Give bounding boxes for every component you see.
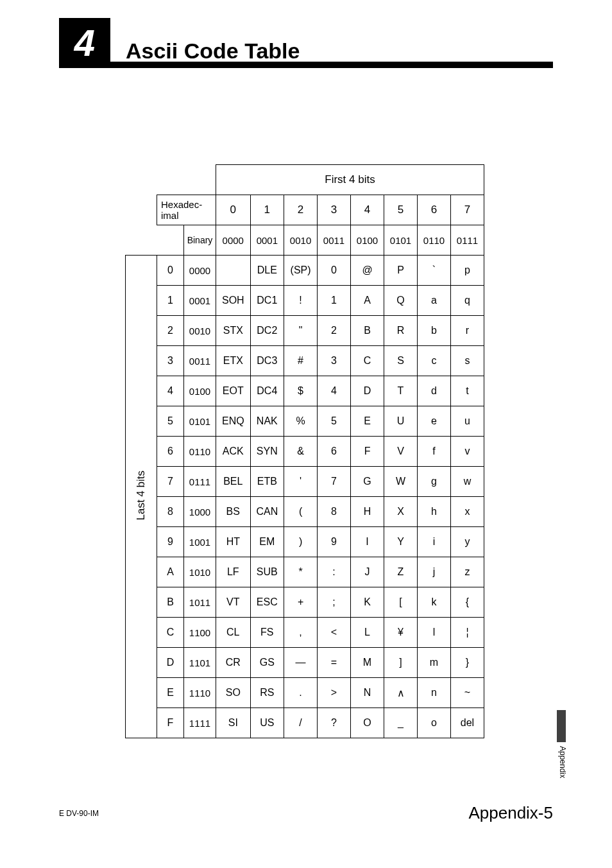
ascii-cell: NAK — [250, 406, 284, 437]
ascii-cell: VT — [216, 587, 251, 618]
col-bin-6: 0110 — [418, 225, 451, 256]
ascii-cell: 1 — [318, 286, 351, 316]
header-row-hex: Hexadec- imal 0 1 2 3 4 5 6 7 — [126, 195, 484, 225]
row-hex: 0 — [157, 256, 184, 286]
row-bin: 0101 — [184, 406, 216, 437]
ascii-cell: F — [351, 437, 384, 467]
ascii-cell: . — [284, 678, 318, 708]
header-rule — [59, 62, 553, 68]
ascii-cell: a — [418, 286, 451, 316]
col-hex-3: 3 — [318, 195, 351, 225]
ascii-cell: $ — [284, 376, 318, 406]
ascii-cell: del — [450, 708, 484, 738]
ascii-cell: k — [418, 587, 451, 618]
col-bin-1: 0001 — [250, 225, 284, 256]
table-row: 30011ETXDC3#3CScs — [126, 346, 484, 376]
ascii-cell: _ — [384, 708, 418, 738]
ascii-cell: s — [450, 346, 484, 376]
row-bin: 1111 — [184, 708, 216, 738]
table-row: C1100CLFS,<L¥l¦ — [126, 618, 484, 648]
ascii-cell: u — [450, 406, 484, 437]
row-bin: 1100 — [184, 618, 216, 648]
ascii-cell: = — [318, 648, 351, 678]
ascii-cell: DC2 — [250, 316, 284, 346]
ascii-cell: ) — [284, 527, 318, 557]
row-hex: 8 — [157, 497, 184, 527]
table-row: A1010LFSUB*:JZjz — [126, 557, 484, 587]
row-bin: 0011 — [184, 346, 216, 376]
ascii-cell: x — [450, 497, 484, 527]
ascii-cell: (SP) — [284, 256, 318, 286]
table-row: D1101CRGS—=M]m} — [126, 648, 484, 678]
ascii-cell: 0 — [318, 256, 351, 286]
hexadecimal-label: Hexadec- imal — [157, 195, 216, 225]
ascii-cell: Q — [384, 286, 418, 316]
table-row: 60110ACKSYN&6FVfv — [126, 437, 484, 467]
row-hex: 5 — [157, 406, 184, 437]
table-row: 40100EOTDC4$4DTdt — [126, 376, 484, 406]
table-row: B1011VTESC+;K[k{ — [126, 587, 484, 618]
ascii-cell: U — [384, 406, 418, 437]
ascii-cell: A — [351, 286, 384, 316]
ascii-cell: E — [351, 406, 384, 437]
header-row-first4: First 4 bits — [126, 165, 484, 195]
ascii-cell: W — [384, 467, 418, 497]
ascii-cell: STX — [216, 316, 251, 346]
header-row-binary: Binary 0000 0001 0010 0011 0100 0101 011… — [126, 225, 484, 256]
ascii-cell: Z — [384, 557, 418, 587]
chapter-number-box: 4 — [59, 18, 110, 67]
ascii-cell: [ — [384, 587, 418, 618]
ascii-cell: ACK — [216, 437, 251, 467]
col-hex-4: 4 — [351, 195, 384, 225]
ascii-cell: d — [418, 376, 451, 406]
ascii-cell: HT — [216, 527, 251, 557]
ascii-cell: % — [284, 406, 318, 437]
ascii-cell: ¥ — [384, 618, 418, 648]
ascii-cell: b — [418, 316, 451, 346]
ascii-cell: " — [284, 316, 318, 346]
ascii-cell: t — [450, 376, 484, 406]
ascii-cell: , — [284, 618, 318, 648]
table-row: Last 4 bits00000DLE(SP)0@P`p — [126, 256, 484, 286]
ascii-cell: US — [250, 708, 284, 738]
ascii-cell: ETB — [250, 467, 284, 497]
ascii-cell: z — [450, 557, 484, 587]
row-bin: 0000 — [184, 256, 216, 286]
ascii-cell: N — [351, 678, 384, 708]
ascii-cell: DC4 — [250, 376, 284, 406]
ascii-cell: SUB — [250, 557, 284, 587]
row-hex: 7 — [157, 467, 184, 497]
ascii-cell: DLE — [250, 256, 284, 286]
ascii-cell: : — [318, 557, 351, 587]
ascii-cell: K — [351, 587, 384, 618]
row-hex: 9 — [157, 527, 184, 557]
footer-doc-id: E DV-90-IM — [59, 809, 99, 818]
ascii-cell: B — [351, 316, 384, 346]
row-hex: E — [157, 678, 184, 708]
row-bin: 1010 — [184, 557, 216, 587]
ascii-cell: D — [351, 376, 384, 406]
ascii-cell: q — [450, 286, 484, 316]
ascii-cell: ; — [318, 587, 351, 618]
row-hex: D — [157, 648, 184, 678]
last4-label-cell: Last 4 bits — [126, 256, 157, 738]
ascii-cell: G — [351, 467, 384, 497]
row-hex: F — [157, 708, 184, 738]
ascii-cell: ' — [284, 467, 318, 497]
ascii-cell: & — [284, 437, 318, 467]
col-hex-0: 0 — [216, 195, 251, 225]
ascii-cell: BS — [216, 497, 251, 527]
ascii-cell: } — [450, 648, 484, 678]
ascii-cell: p — [450, 256, 484, 286]
ascii-cell: j — [418, 557, 451, 587]
ascii-cell: J — [351, 557, 384, 587]
row-bin: 0110 — [184, 437, 216, 467]
ascii-table-container: First 4 bits Hexadec- imal 0 1 2 3 4 5 6… — [125, 164, 484, 738]
ascii-cell: SOH — [216, 286, 251, 316]
col-hex-2: 2 — [284, 195, 318, 225]
ascii-cell: P — [384, 256, 418, 286]
ascii-cell: ( — [284, 497, 318, 527]
ascii-cell: > — [318, 678, 351, 708]
ascii-cell: 4 — [318, 376, 351, 406]
ascii-cell: ETX — [216, 346, 251, 376]
